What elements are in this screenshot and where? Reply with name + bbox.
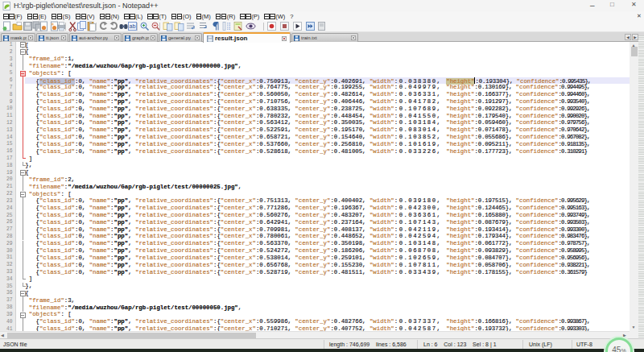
- svg-text:ab: ab: [130, 23, 136, 29]
